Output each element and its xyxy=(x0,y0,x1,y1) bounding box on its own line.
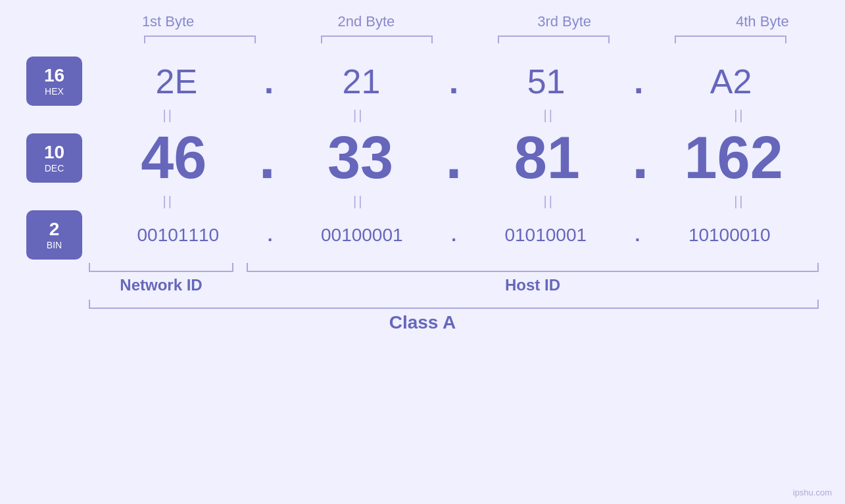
dec-byte-3: 81 xyxy=(462,124,633,192)
network-bracket xyxy=(89,263,233,272)
equals-cell-2-2: || xyxy=(279,194,438,209)
class-section: Class A xyxy=(26,300,819,333)
bin-badge-label: BIN xyxy=(47,240,62,250)
bracket-cell-2 xyxy=(289,35,466,43)
dec-dot-2: . xyxy=(445,124,462,192)
byte-header-2: 2nd Byte xyxy=(267,13,465,35)
equals-cells-2: || || || || xyxy=(89,194,819,209)
hex-byte-3: 51 xyxy=(458,62,634,101)
dec-badge-label: DEC xyxy=(45,163,64,173)
dec-byte-4: 162 xyxy=(648,124,819,192)
class-label: Class A xyxy=(26,312,819,333)
hex-dot-1: . xyxy=(264,62,274,101)
dec-badge: 10 DEC xyxy=(26,133,82,183)
bin-dot-1: . xyxy=(268,225,273,246)
equals-cells-1: || || || || xyxy=(89,108,819,123)
bracket-cell-3 xyxy=(466,35,642,43)
class-bracket xyxy=(89,300,819,309)
bin-byte-3: 01010001 xyxy=(456,225,635,246)
hex-byte-2: 21 xyxy=(274,62,449,101)
equals-cell-2-1: || xyxy=(89,194,247,209)
hex-dot-3: . xyxy=(634,62,643,101)
byte-header-4: 4th Byte xyxy=(664,13,845,35)
id-labels-row: Network ID Host ID xyxy=(89,276,819,294)
dec-byte-2: 33 xyxy=(276,124,446,192)
top-bracket-1 xyxy=(144,35,256,43)
byte-header-3: 3rd Byte xyxy=(466,13,664,35)
hex-values: 2E . 21 . 51 . A2 xyxy=(89,62,819,101)
bin-row: 2 BIN 00101110 . 00100001 . 01010001 . 1… xyxy=(26,210,819,260)
bin-byte-1: 00101110 xyxy=(89,225,268,246)
equals-row-1: || || || || xyxy=(26,106,819,124)
bin-badge-number: 2 xyxy=(49,219,60,240)
equals-row-2: || || || || xyxy=(26,192,819,210)
network-id-label: Network ID xyxy=(89,276,233,294)
byte-headers-row: 1st Byte 2nd Byte 3rd Byte 4th Byte xyxy=(69,13,845,35)
bin-byte-4: 10100010 xyxy=(640,225,819,246)
equals-cell-1-4: || xyxy=(660,108,819,123)
hex-badge-label: HEX xyxy=(45,86,64,97)
bin-dot-2: . xyxy=(451,225,456,246)
equals-cell-2-3: || xyxy=(470,194,628,209)
hex-dot-2: . xyxy=(449,62,458,101)
dec-badge-number: 10 xyxy=(44,143,64,163)
bin-values: 00101110 . 00100001 . 01010001 . 1010001… xyxy=(89,225,819,246)
bottom-section: Network ID Host ID xyxy=(26,263,819,294)
top-bracket-2 xyxy=(321,35,433,43)
top-bracket-3 xyxy=(498,35,610,43)
equals-cell-2-4: || xyxy=(660,194,819,209)
hex-badge: 16 HEX xyxy=(26,57,82,106)
bin-badge: 2 BIN xyxy=(26,210,82,260)
bracket-cell-4 xyxy=(642,35,819,43)
host-bracket xyxy=(247,263,819,272)
bin-dot-3: . xyxy=(635,225,640,246)
dec-row: 10 DEC 46 . 33 . 81 . 162 xyxy=(26,124,819,192)
dec-dot-3: . xyxy=(632,124,648,192)
byte-header-1: 1st Byte xyxy=(69,13,267,35)
top-bracket-4 xyxy=(675,35,786,43)
equals-cell-1-1: || xyxy=(89,108,247,123)
dec-values: 46 . 33 . 81 . 162 xyxy=(89,124,819,192)
hex-row: 16 HEX 2E . 21 . 51 . A2 xyxy=(26,57,819,106)
watermark: ipshu.com xyxy=(793,488,832,497)
bracket-cell-1 xyxy=(112,35,289,43)
equals-cell-1-2: || xyxy=(279,108,438,123)
hex-byte-4: A2 xyxy=(643,62,819,101)
host-id-label: Host ID xyxy=(247,276,819,294)
hex-badge-number: 16 xyxy=(44,66,64,86)
dec-dot-1: . xyxy=(259,124,276,192)
main-container: 1st Byte 2nd Byte 3rd Byte 4th Byte 16 H… xyxy=(0,0,845,504)
hex-byte-1: 2E xyxy=(89,62,264,101)
bottom-brackets-row xyxy=(89,263,819,272)
equals-cell-1-3: || xyxy=(470,108,628,123)
bin-byte-2: 00100001 xyxy=(272,225,451,246)
dec-byte-1: 46 xyxy=(89,124,259,192)
top-brackets xyxy=(112,35,819,43)
